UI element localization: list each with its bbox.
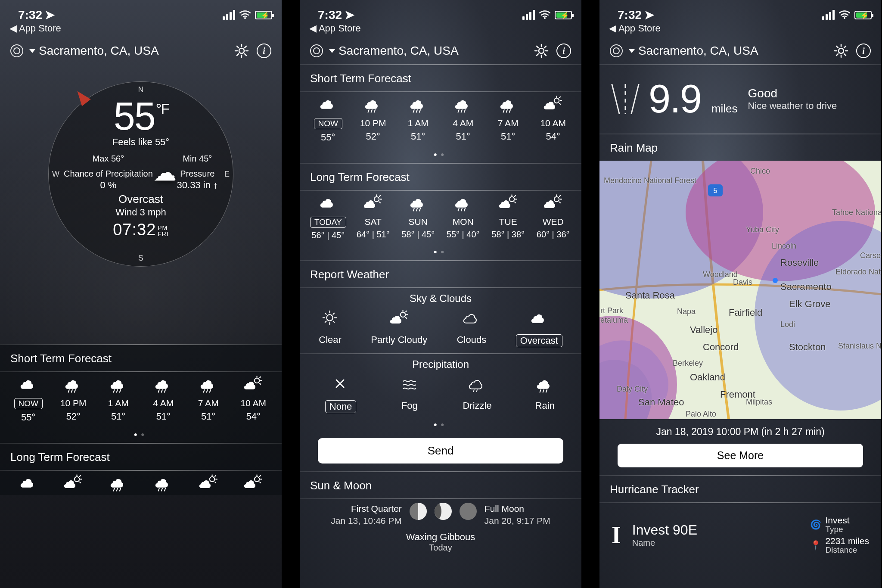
- map-city-label: Eldorado National Forest: [835, 268, 881, 277]
- hourly-cell[interactable]: 1 AM 51°: [97, 376, 140, 423]
- hourly-cell[interactable]: 4 AM 51°: [142, 376, 185, 423]
- hurricane-type-icon: 🌀: [811, 520, 821, 530]
- hour-label: NOW: [14, 398, 43, 409]
- daily-cell[interactable]: WED 60° | 36°: [531, 194, 575, 240]
- location-selector[interactable]: Sacramento, CA, USA: [329, 44, 528, 58]
- hurricane-title: Hurricane Tracker: [599, 476, 881, 502]
- visibility-unit: miles: [711, 102, 738, 115]
- hour-temp: 51°: [201, 411, 215, 422]
- report-option-rain[interactable]: Rain: [534, 376, 556, 413]
- signal-icon: [822, 10, 835, 20]
- see-more-button[interactable]: See More: [618, 444, 863, 467]
- sky-options: Clear Partly Cloudy Clouds Overcast: [300, 310, 581, 353]
- hurricane-row[interactable]: I Invest 90EName 🌀InvestType 📍2231 miles…: [599, 503, 881, 567]
- hour-temp: 54°: [546, 131, 560, 142]
- radar-icon[interactable]: [610, 44, 623, 57]
- info-button[interactable]: i: [257, 44, 271, 58]
- signal-icon: [522, 10, 535, 20]
- daily-cell[interactable]: [7, 474, 50, 489]
- hourly-cell[interactable]: 10 PM 52°: [52, 376, 95, 423]
- status-bar: 7:32➤ ⚡: [300, 0, 581, 22]
- short-term-strip[interactable]: NOW 55° 10 PM 52° 1 AM 51° 4 AM 51° 7 AM…: [0, 372, 282, 429]
- daily-cell[interactable]: SAT 64° | 51°: [351, 194, 394, 240]
- long-term-title: Long Term Forecast: [300, 164, 581, 190]
- hour-label: 10 PM: [60, 398, 87, 408]
- report-option-fog[interactable]: Fog: [398, 376, 421, 413]
- drive-desc: Nice weather to drive: [748, 100, 837, 112]
- hourly-cell[interactable]: NOW 55°: [307, 96, 350, 143]
- report-option-overcast[interactable]: Overcast: [516, 310, 562, 347]
- cloud-icon: ☁︎: [153, 161, 177, 184]
- current-temp: 55°F: [114, 97, 168, 136]
- partly-icon: [542, 96, 564, 115]
- report-option-none[interactable]: None: [325, 376, 357, 413]
- cloud-icon: [317, 96, 339, 115]
- radar-icon[interactable]: [10, 44, 23, 57]
- clock: 07:32PMFRI: [113, 221, 169, 239]
- hourly-cell[interactable]: NOW 55°: [7, 376, 50, 423]
- rain-map[interactable]: 5 ChicoMendocino National ForestYuba Cit…: [599, 161, 881, 419]
- daily-cell[interactable]: [52, 474, 95, 489]
- daily-cell[interactable]: [232, 474, 275, 489]
- rain-icon: [107, 376, 130, 395]
- hourly-cell[interactable]: 4 AM 51°: [441, 96, 484, 143]
- nav-row: Sacramento, CA, USA i: [0, 38, 282, 64]
- svg-point-32: [844, 17, 845, 19]
- daily-cell[interactable]: TODAY 56° | 45°: [307, 194, 350, 240]
- back-to-appstore[interactable]: ◀ App Store: [599, 22, 881, 38]
- hour-label: 10 PM: [360, 118, 386, 128]
- location-selector[interactable]: Sacramento, CA, USA: [629, 44, 828, 58]
- settings-button[interactable]: [234, 44, 249, 58]
- hour-temp: 52°: [66, 411, 81, 422]
- map-city-label: San Mateo: [638, 397, 684, 408]
- map-city-label: Concord: [703, 342, 739, 353]
- daily-cell[interactable]: SUN 58° | 45°: [397, 194, 440, 240]
- back-to-appstore[interactable]: ◀ App Store: [300, 22, 581, 38]
- send-button[interactable]: Send: [318, 438, 563, 464]
- info-button[interactable]: i: [856, 44, 871, 58]
- map-city-label: Carson: [860, 251, 881, 260]
- long-term-strip[interactable]: TODAY 56° | 45° SAT 64° | 51° SUN 58° | …: [300, 191, 581, 246]
- svg-point-31: [544, 17, 546, 19]
- short-term-strip[interactable]: NOW 55° 10 PM 52° 1 AM 51° 4 AM 51° 7 AM…: [300, 92, 581, 149]
- svg-point-30: [244, 17, 246, 19]
- day-label: MON: [453, 217, 474, 227]
- settings-button[interactable]: [534, 44, 549, 58]
- map-city-label: Roseville: [780, 257, 819, 268]
- long-term-strip[interactable]: [0, 471, 282, 495]
- hourly-cell[interactable]: 7 AM 51°: [487, 96, 530, 143]
- settings-button[interactable]: [834, 44, 848, 58]
- back-to-appstore[interactable]: ◀ App Store: [0, 22, 282, 38]
- daily-cell[interactable]: [142, 474, 185, 489]
- location-selector[interactable]: Sacramento, CA, USA: [29, 44, 228, 58]
- page-dots: ●●: [0, 429, 282, 443]
- radar-icon[interactable]: [310, 44, 323, 57]
- daily-cell[interactable]: [187, 474, 230, 489]
- day-hilo: 56° | 45°: [311, 230, 345, 240]
- road-icon: [612, 84, 638, 114]
- day-hilo: 55° | 40°: [447, 230, 480, 240]
- status-bar: 7:32➤ ⚡: [0, 0, 282, 22]
- battery-icon: ⚡: [255, 11, 272, 19]
- hourly-cell[interactable]: 10 AM 54°: [232, 376, 275, 423]
- report-option-partly-cloudy[interactable]: Partly Cloudy: [371, 310, 427, 347]
- rain-icon: [197, 376, 220, 395]
- day-label: SUN: [409, 217, 428, 227]
- min-temp: Min 45°Pressure30.33 in ↑: [177, 154, 218, 191]
- hourly-cell[interactable]: 1 AM 51°: [397, 96, 440, 143]
- daily-cell[interactable]: [97, 474, 140, 489]
- location-label: Sacramento, CA, USA: [39, 44, 159, 58]
- info-button[interactable]: i: [556, 44, 571, 58]
- daily-cell[interactable]: MON 55° | 40°: [441, 194, 484, 240]
- map-city-label: Davis: [733, 278, 752, 287]
- day-hilo: 64° | 51°: [357, 230, 390, 240]
- report-option-drizzle[interactable]: Drizzle: [463, 376, 491, 413]
- map-city-label: Woodland: [703, 270, 738, 279]
- report-option-clouds[interactable]: Clouds: [457, 310, 486, 347]
- report-option-clear[interactable]: Clear: [319, 310, 342, 347]
- rainmap-timestamp: Jan 18, 2019 10:00 PM (in 2 h 27 min): [599, 419, 881, 442]
- hourly-cell[interactable]: 7 AM 51°: [187, 376, 230, 423]
- hourly-cell[interactable]: 10 AM 54°: [531, 96, 575, 143]
- daily-cell[interactable]: TUE 58° | 38°: [487, 194, 530, 240]
- hourly-cell[interactable]: 10 PM 52°: [351, 96, 394, 143]
